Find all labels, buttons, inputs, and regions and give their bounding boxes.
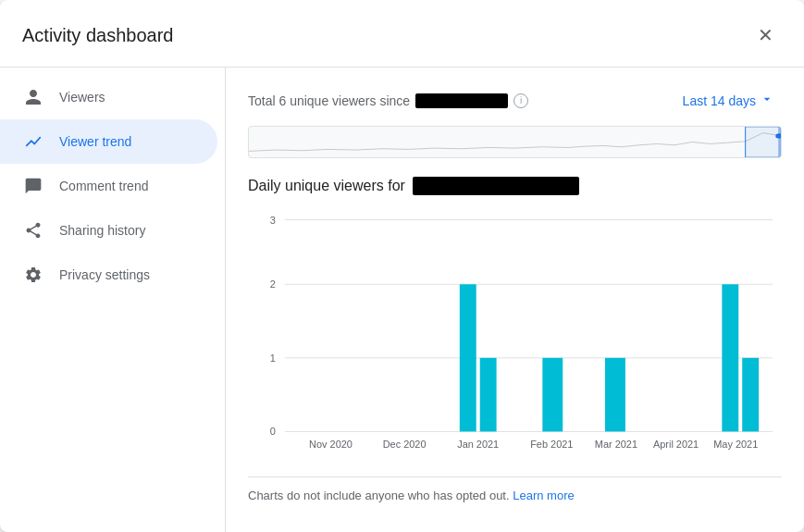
dialog-header: Activity dashboard ✕ — [0, 0, 804, 68]
total-viewers-text: Total 6 unique viewers since i — [248, 93, 528, 108]
learn-more-link[interactable]: Learn more — [513, 489, 574, 502]
dialog-title: Activity dashboard — [22, 25, 173, 46]
sidebar-item-viewer-trend[interactable]: Viewer trend — [0, 119, 217, 164]
bar-feb2021 — [542, 358, 563, 432]
svg-text:Mar 2021: Mar 2021 — [595, 439, 637, 450]
svg-text:Jan 2021: Jan 2021 — [457, 439, 499, 450]
sidebar-item-viewers-label: Viewers — [59, 90, 105, 105]
bar-jan2021-2 — [480, 358, 497, 432]
svg-text:May 2021: May 2021 — [713, 439, 758, 450]
close-button[interactable]: ✕ — [748, 19, 782, 52]
trend-icon — [22, 130, 44, 153]
svg-text:Feb 2021: Feb 2021 — [530, 439, 573, 450]
svg-text:2: 2 — [270, 278, 276, 290]
svg-text:1: 1 — [270, 353, 276, 364]
bar-may2021-2 — [742, 358, 759, 432]
top-bar: Total 6 unique viewers since i Last 14 d… — [248, 86, 782, 115]
date-filter-label: Last 14 days — [683, 93, 756, 108]
main-content: Total 6 unique viewers since i Last 14 d… — [226, 68, 804, 532]
sidebar-item-privacy-settings[interactable]: Privacy settings — [0, 253, 217, 297]
chart-title-redacted — [413, 177, 579, 195]
chart-footer: Charts do not include anyone who has opt… — [248, 476, 782, 513]
bar-chart: 0 1 2 3 Nov 2020 Dec 2020 Jan 2021 Feb 2… — [248, 210, 782, 469]
bar-may2021-1 — [722, 284, 738, 431]
chart-title: Daily unique viewers for — [248, 177, 782, 195]
footer-text: Charts do not include anyone who has opt… — [248, 489, 510, 502]
sidebar-item-sharing-history-label: Sharing history — [59, 223, 145, 238]
share-icon — [22, 219, 44, 241]
bar-jan2021-1 — [460, 284, 476, 431]
total-viewers-prefix: Total 6 unique viewers since — [248, 93, 410, 108]
chart-title-prefix: Daily unique viewers for — [248, 178, 405, 194]
svg-text:Dec 2020: Dec 2020 — [383, 439, 427, 450]
redacted-date — [415, 93, 508, 108]
svg-text:April 2021: April 2021 — [653, 439, 699, 450]
person-icon — [22, 86, 44, 108]
sidebar-item-comment-trend-label: Comment trend — [59, 179, 148, 193]
activity-dashboard-dialog: Activity dashboard ✕ Viewers Viewer tren… — [0, 0, 804, 532]
chevron-down-icon — [760, 92, 774, 109]
sidebar-item-privacy-settings-label: Privacy settings — [59, 267, 150, 282]
svg-rect-2 — [746, 127, 781, 157]
sidebar-item-comment-trend[interactable]: Comment trend — [0, 164, 217, 208]
bar-mar2021 — [605, 358, 625, 432]
sidebar-item-viewer-trend-label: Viewer trend — [59, 134, 131, 149]
info-icon[interactable]: i — [513, 93, 528, 108]
settings-icon — [22, 264, 44, 286]
svg-text:3: 3 — [270, 215, 276, 226]
svg-text:0: 0 — [270, 426, 276, 437]
sidebar-item-sharing-history[interactable]: Sharing history — [0, 208, 217, 253]
date-filter-dropdown[interactable]: Last 14 days — [675, 86, 782, 115]
dialog-body: Viewers Viewer trend Comment trend — [0, 68, 804, 532]
sidebar-item-viewers[interactable]: Viewers — [0, 75, 217, 119]
comment-icon — [22, 175, 44, 197]
close-icon: ✕ — [758, 24, 773, 46]
sidebar: Viewers Viewer trend Comment trend — [0, 68, 226, 532]
sparkline-chart — [248, 126, 782, 158]
svg-text:Nov 2020: Nov 2020 — [309, 439, 353, 450]
